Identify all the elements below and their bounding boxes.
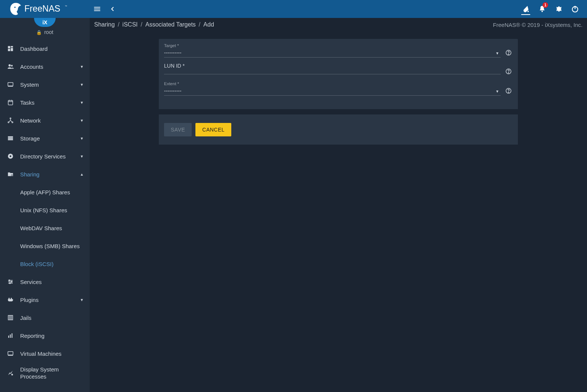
lun-input[interactable] bbox=[164, 73, 501, 74]
back-button[interactable] bbox=[105, 1, 120, 16]
svg-text:FreeNAS: FreeNAS bbox=[24, 4, 60, 13]
sidebar-item-label: Dashboard bbox=[16, 46, 84, 52]
extent-label: Extent * bbox=[164, 81, 501, 87]
username: root bbox=[44, 29, 53, 35]
target-value[interactable]: ---------- bbox=[164, 49, 501, 58]
extent-field[interactable]: Extent * ---------- ▼ bbox=[164, 81, 501, 96]
notification-badge: 1 bbox=[543, 2, 548, 8]
form-actions: SAVE CANCEL bbox=[159, 114, 518, 145]
sidebar-item-label: Display System Processes bbox=[16, 366, 84, 380]
sidebar-item-jails[interactable]: Jails bbox=[0, 309, 90, 327]
breadcrumb-associated-targets[interactable]: Associated Targets bbox=[145, 21, 196, 28]
sidebar-item-tasks[interactable]: Tasks ▼ bbox=[0, 93, 90, 111]
sidebar-item-network[interactable]: Network ▼ bbox=[0, 111, 90, 129]
reporting-icon bbox=[4, 332, 16, 339]
sidebar-avatar: iX bbox=[0, 18, 90, 27]
svg-point-0 bbox=[14, 7, 16, 8]
breadcrumb-sep: / bbox=[115, 21, 122, 28]
svg-rect-13 bbox=[8, 49, 10, 51]
sidebar-sub-nfs[interactable]: Unix (NFS) Shares bbox=[0, 201, 90, 219]
sidebar-item-label: Services bbox=[16, 279, 84, 285]
sidebar-item-label: Jails bbox=[16, 315, 84, 321]
svg-point-36 bbox=[11, 281, 12, 283]
jails-icon bbox=[4, 314, 16, 321]
sidebar-sub-label: Unix (NFS) Shares bbox=[20, 207, 67, 213]
plugins-icon bbox=[4, 296, 16, 303]
svg-rect-27 bbox=[8, 139, 13, 140]
sidebar-item-vms[interactable]: Virtual Machines bbox=[0, 345, 90, 362]
sidebar-item-system[interactable]: System ▼ bbox=[0, 75, 90, 93]
tasks-icon bbox=[4, 99, 16, 106]
svg-point-22 bbox=[10, 118, 11, 119]
svg-rect-18 bbox=[8, 101, 13, 105]
chevron-down-icon: ▼ bbox=[80, 101, 84, 105]
sidebar-item-reporting[interactable]: Reporting bbox=[0, 327, 90, 345]
svg-point-47 bbox=[11, 374, 13, 376]
svg-rect-26 bbox=[8, 138, 13, 139]
extent-value[interactable]: ---------- bbox=[164, 87, 501, 96]
sidebar-sub-label: WebDAV Shares bbox=[20, 225, 62, 231]
svg-rect-5 bbox=[94, 10, 101, 11]
target-label: Target * bbox=[164, 43, 501, 49]
accounts-icon bbox=[4, 63, 16, 70]
sidebar-item-directory-services[interactable]: Directory Services ▼ bbox=[0, 147, 90, 165]
svg-point-51 bbox=[508, 72, 509, 73]
svg-text:™: ™ bbox=[65, 5, 67, 7]
svg-point-15 bbox=[11, 65, 13, 67]
sidebar: iX 🔒root Dashboard Accounts ▼ System ▼ T… bbox=[0, 18, 90, 392]
lun-field[interactable]: LUN ID * bbox=[164, 63, 501, 76]
sidebar-user[interactable]: 🔒root bbox=[0, 27, 90, 40]
sidebar-item-label: Tasks bbox=[16, 99, 80, 106]
sidebar-item-label: System bbox=[16, 81, 80, 88]
lun-help-icon[interactable] bbox=[504, 67, 513, 75]
sidebar-sub-webdav[interactable]: WebDAV Shares bbox=[0, 219, 90, 237]
chevron-down-icon: ▼ bbox=[80, 83, 84, 87]
breadcrumb-sep: / bbox=[196, 21, 203, 28]
sidebar-item-storage[interactable]: Storage ▼ bbox=[0, 129, 90, 147]
network-icon bbox=[4, 117, 16, 124]
sidebar-item-services[interactable]: Services bbox=[0, 273, 90, 291]
sidebar-item-label: Plugins bbox=[16, 297, 80, 303]
svg-point-35 bbox=[9, 280, 10, 281]
target-help-icon[interactable] bbox=[504, 49, 513, 57]
sharing-icon bbox=[4, 171, 16, 178]
svg-point-29 bbox=[10, 155, 12, 157]
breadcrumb-sharing[interactable]: Sharing bbox=[94, 21, 115, 28]
sidebar-item-accounts[interactable]: Accounts ▼ bbox=[0, 58, 90, 75]
save-button[interactable]: SAVE bbox=[164, 123, 192, 136]
svg-rect-43 bbox=[10, 334, 11, 338]
sidebar-item-label: Network bbox=[16, 117, 80, 124]
svg-rect-16 bbox=[8, 83, 13, 86]
notifications-button[interactable]: 1 bbox=[534, 1, 550, 17]
sidebar-item-processes[interactable]: Display System Processes bbox=[0, 362, 90, 383]
breadcrumb-iscsi[interactable]: iSCSI bbox=[123, 21, 138, 28]
main-content: Sharing / iSCSI / Associated Targets / A… bbox=[90, 18, 587, 392]
brand-logo[interactable]: FreeNAS ™ bbox=[0, 0, 90, 18]
svg-rect-42 bbox=[8, 336, 9, 338]
sidebar-item-label: Virtual Machines bbox=[16, 351, 84, 357]
sidebar-item-plugins[interactable]: Plugins ▼ bbox=[0, 291, 90, 309]
sidebar-item-sharing[interactable]: Sharing ▲ bbox=[0, 165, 90, 183]
theme-button[interactable] bbox=[518, 1, 534, 17]
extent-help-icon[interactable] bbox=[504, 87, 513, 95]
sidebar-sub-smb[interactable]: Windows (SMB) Shares bbox=[0, 237, 90, 255]
svg-rect-44 bbox=[12, 333, 12, 338]
menu-toggle-button[interactable] bbox=[90, 1, 105, 16]
processes-icon bbox=[4, 370, 16, 376]
svg-point-6 bbox=[528, 11, 529, 12]
sidebar-item-dashboard[interactable]: Dashboard bbox=[0, 40, 90, 58]
chevron-down-icon: ▼ bbox=[80, 298, 84, 302]
system-icon bbox=[4, 81, 16, 88]
settings-button[interactable] bbox=[550, 1, 567, 17]
avatar-text: iX bbox=[42, 19, 47, 25]
sidebar-item-label: Storage bbox=[16, 135, 80, 142]
svg-point-53 bbox=[508, 92, 509, 93]
sidebar-sub-label: Windows (SMB) Shares bbox=[20, 243, 80, 249]
sidebar-sub-label: Block (iSCSI) bbox=[20, 261, 53, 267]
sidebar-sub-iscsi[interactable]: Block (iSCSI) bbox=[0, 255, 90, 273]
target-field[interactable]: Target * ---------- ▼ bbox=[164, 43, 501, 58]
sidebar-sub-afp[interactable]: Apple (AFP) Shares bbox=[0, 183, 90, 201]
cancel-button[interactable]: CANCEL bbox=[195, 123, 231, 136]
chevron-down-icon: ▼ bbox=[80, 118, 84, 123]
power-button[interactable] bbox=[567, 1, 583, 17]
